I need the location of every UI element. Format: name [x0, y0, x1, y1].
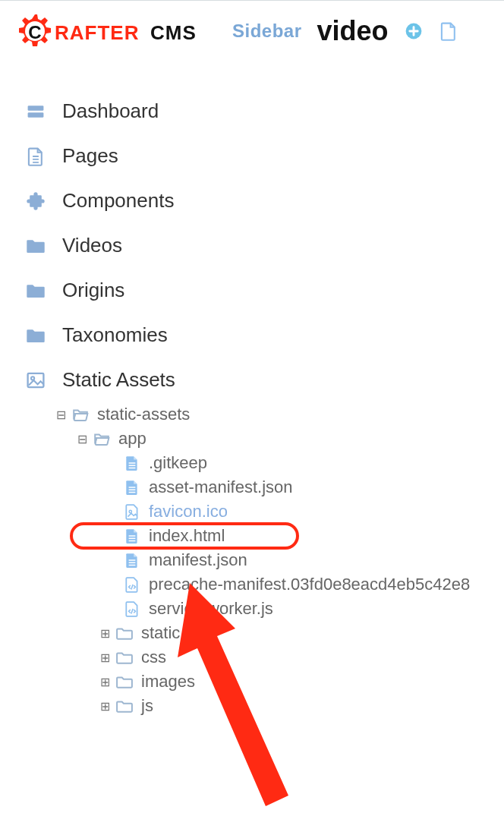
tree-file-gitkeep[interactable]: .gitkeep — [46, 451, 481, 475]
nav-dashboard[interactable]: Dashboard — [23, 89, 481, 134]
image-file-icon — [121, 503, 143, 521]
tree-label: images — [141, 672, 195, 692]
tree-file-service-worker[interactable]: service-worker.js — [46, 597, 481, 621]
tree-folder-js[interactable]: ⊞ js — [46, 694, 481, 718]
folder-icon — [23, 326, 49, 345]
nav-videos[interactable]: Videos — [23, 223, 481, 268]
image-icon — [23, 370, 49, 390]
tree-label: static — [141, 623, 180, 643]
file-icon — [121, 551, 143, 569]
folder-closed-icon — [114, 649, 135, 666]
logo[interactable]: C RAFTER CMS — [15, 11, 211, 51]
folder-icon — [23, 281, 49, 301]
folder-closed-icon — [114, 673, 135, 690]
code-file-icon — [121, 575, 143, 594]
tree-file-asset-manifest[interactable]: asset-manifest.json — [46, 475, 481, 499]
svg-text:CMS: CMS — [150, 21, 197, 44]
sidebar-toggle[interactable]: Sidebar — [232, 20, 302, 42]
file-icon — [121, 454, 143, 472]
tree-folder-images[interactable]: ⊞ images — [46, 670, 481, 694]
nav-static-assets[interactable]: Static Assets — [23, 358, 481, 402]
tree-file-precache[interactable]: precache-manifest.03fd0e8eacd4eb5c42e8 — [46, 572, 481, 597]
code-file-icon — [121, 600, 143, 618]
file-icon — [121, 527, 143, 545]
page-title: video — [317, 15, 389, 47]
folder-closed-icon — [114, 698, 135, 714]
tree-label: asset-manifest.json — [149, 477, 293, 497]
nav-label: Origins — [62, 279, 124, 302]
nav-label: Dashboard — [62, 99, 159, 123]
tree-file-manifest[interactable]: manifest.json — [46, 548, 481, 572]
nav-components[interactable]: Components — [23, 178, 481, 223]
collapse-icon[interactable]: ⊟ — [53, 408, 68, 422]
tree-label: index.html — [149, 526, 225, 546]
tree-label: css — [141, 648, 166, 667]
tree-folder-css[interactable]: ⊞ css — [46, 645, 481, 670]
tree-folder-static[interactable]: ⊞ static — [46, 621, 481, 645]
new-file-button[interactable] — [439, 20, 458, 43]
folder-open-icon — [70, 406, 91, 423]
pages-icon — [23, 147, 49, 166]
nav-label: Static Assets — [62, 368, 175, 392]
nav-taxonomies[interactable]: Taxonomies — [23, 313, 481, 358]
nav-label: Components — [62, 189, 174, 213]
tree-label: manifest.json — [149, 550, 247, 570]
expand-icon[interactable]: ⊞ — [97, 626, 112, 641]
file-icon — [121, 478, 143, 496]
nav-origins[interactable]: Origins — [23, 268, 481, 313]
nav-pages[interactable]: Pages — [23, 134, 481, 178]
nav-label: Videos — [62, 234, 122, 257]
tree-label: .gitkeep — [149, 453, 207, 473]
components-icon — [23, 191, 49, 211]
nav-label: Pages — [62, 144, 118, 168]
collapse-icon[interactable]: ⊟ — [74, 432, 90, 446]
tree-label: js — [141, 696, 153, 716]
folder-open-icon — [91, 430, 112, 447]
tree-file-index[interactable]: index.html — [46, 524, 481, 548]
top-bar: C RAFTER CMS Sidebar video — [0, 0, 504, 58]
expand-icon[interactable]: ⊞ — [97, 651, 112, 665]
tree-label: static-assets — [97, 405, 190, 424]
tree-label: app — [118, 429, 146, 449]
tree-label: favicon.ico — [149, 502, 228, 521]
tree-label: service-worker.js — [149, 599, 273, 619]
tree-file-favicon[interactable]: favicon.ico — [46, 499, 481, 524]
nav-label: Taxonomies — [62, 323, 168, 347]
folder-closed-icon — [114, 625, 135, 641]
tree-folder-app[interactable]: ⊟ app — [46, 427, 481, 451]
expand-icon[interactable]: ⊞ — [97, 675, 112, 689]
expand-icon[interactable]: ⊞ — [97, 699, 112, 714]
tree-label: precache-manifest.03fd0e8eacd4eb5c42e8 — [149, 575, 470, 594]
sidebar-nav: Dashboard Pages Components Videos Origin… — [0, 58, 504, 718]
svg-text:RAFTER: RAFTER — [55, 21, 139, 44]
asset-tree: ⊟ static-assets ⊟ app .gitkeep asset-man… — [23, 402, 481, 718]
add-button[interactable] — [404, 21, 424, 41]
dashboard-icon — [23, 102, 49, 121]
folder-icon — [23, 236, 49, 256]
tree-folder-static-assets[interactable]: ⊟ static-assets — [46, 402, 481, 427]
svg-text:C: C — [28, 22, 41, 43]
